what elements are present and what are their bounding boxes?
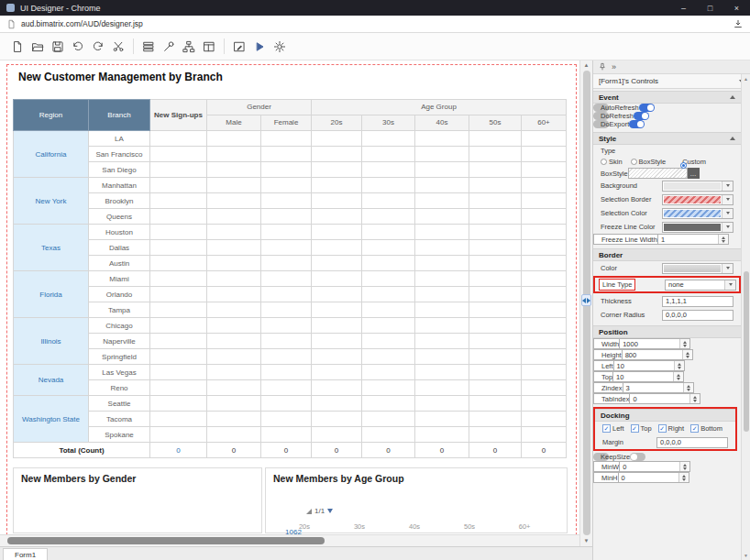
run-icon — [253, 40, 266, 53]
prop-row-type: Type — [593, 145, 741, 156]
scroll-down-icon[interactable]: ▼ — [742, 553, 750, 558]
tab-form1[interactable]: Form1 — [3, 548, 48, 560]
new-file-button[interactable] — [7, 37, 28, 57]
prop-row-background: Background — [593, 179, 741, 192]
hierarchy-button[interactable] — [179, 37, 199, 57]
stepper-buttons[interactable] — [679, 462, 689, 471]
save-button[interactable] — [48, 37, 68, 57]
checkbox-left[interactable]: ✓Left — [602, 424, 624, 433]
radio-boxstyle[interactable]: BoxStyle — [631, 158, 667, 166]
stepper-buttons[interactable] — [682, 350, 692, 359]
section-header-event[interactable]: Event — [593, 91, 741, 104]
cut-button[interactable] — [108, 37, 128, 57]
corner-radius-input[interactable]: 0,0,0,0 — [662, 310, 733, 321]
close-button[interactable]: × — [723, 0, 750, 16]
selection-border-dropdown[interactable] — [662, 194, 733, 205]
data-cell — [415, 240, 469, 256]
color-dropdown[interactable] — [662, 263, 733, 274]
maximize-button[interactable]: □ — [697, 0, 723, 16]
download-icon[interactable] — [733, 18, 744, 29]
top-spinner[interactable]: 10 — [612, 371, 684, 382]
design-canvas[interactable]: New Customer Management by Branch Region… — [0, 60, 592, 546]
margin-input[interactable]: 0,0,0,0 — [656, 437, 728, 448]
radio-skin[interactable]: Skin — [601, 158, 623, 166]
open-button[interactable] — [28, 37, 48, 57]
data-cell — [362, 256, 415, 271]
redo-button[interactable] — [88, 37, 108, 57]
controls-dropdown[interactable]: [Form1]'s Controls — [593, 74, 750, 89]
app-icon — [6, 4, 15, 12]
left-spinner[interactable]: 10 — [613, 360, 685, 371]
autorefresh-toggle[interactable] — [639, 104, 655, 112]
radio-custom[interactable]: Custom — [674, 158, 706, 166]
ellipsis-button[interactable]: … — [688, 168, 700, 179]
scroll-up-icon[interactable]: ▲ — [742, 76, 750, 82]
checkbox-bottom[interactable]: ✓Bottom — [690, 424, 722, 433]
stepper-buttons[interactable] — [689, 394, 700, 403]
section-header-border[interactable]: Border — [593, 248, 741, 261]
width-spinner[interactable]: 1000 — [619, 338, 690, 349]
checkbox-icon: ✓ — [631, 424, 639, 433]
stepper-buttons[interactable] — [678, 473, 689, 482]
age-chart[interactable]: New Members by Age Group 20s30s40s50s60+ — [265, 467, 568, 533]
selection-color-dropdown[interactable] — [662, 208, 733, 219]
scroll-up-icon[interactable]: ▲ — [580, 60, 592, 71]
scroll-down-icon[interactable]: ▼ — [580, 536, 592, 546]
undo-button[interactable] — [68, 37, 88, 57]
report-button[interactable] — [199, 37, 219, 57]
data-cell — [362, 147, 415, 162]
stepper-buttons[interactable] — [683, 383, 693, 392]
canvas-vertical-scrollbar[interactable]: ▲ ▼ — [579, 60, 592, 546]
stepper-buttons[interactable] — [674, 361, 684, 370]
prop-row-keepsize: KeepSize — [593, 453, 609, 461]
panel-header: » — [593, 60, 750, 74]
section-header-style[interactable]: Style — [593, 132, 741, 145]
background-dropdown[interactable] — [662, 181, 733, 192]
data-cell — [362, 287, 415, 302]
height-spinner[interactable]: 800 — [622, 349, 693, 360]
stepper-buttons[interactable] — [679, 339, 689, 348]
minw-spinner[interactable]: 0 — [619, 461, 690, 472]
prop-row-thickness: Thickness1,1,1,1 — [593, 294, 741, 308]
minimize-button[interactable]: – — [670, 0, 697, 16]
keepsize-toggle[interactable] — [630, 453, 645, 461]
section-header-docking[interactable]: Docking — [595, 409, 735, 422]
gender-chart[interactable]: New Members by Gender — [13, 467, 262, 533]
thickness-input[interactable]: 1,1,1,1 — [662, 296, 733, 307]
panel-scrollbar[interactable]: ▲ ▼ — [741, 74, 750, 560]
spinner-value: 1 — [658, 236, 718, 244]
checkbox-right[interactable]: ✓Right — [658, 424, 685, 433]
axis-tick: 50s — [464, 522, 475, 531]
data-cell — [469, 162, 522, 178]
collapse-panel-icon[interactable]: » — [612, 62, 616, 71]
data-cell — [312, 412, 362, 427]
dorefresh-toggle[interactable] — [634, 112, 649, 120]
data-cell — [261, 209, 312, 225]
settings-button[interactable] — [270, 37, 290, 57]
tools-button[interactable] — [159, 37, 179, 57]
minh-spinner[interactable]: 0 — [618, 472, 689, 483]
line-type-dropdown[interactable]: none — [665, 280, 736, 291]
report-grid[interactable]: RegionBranchNew Sign-upsGenderAge GroupM… — [13, 99, 567, 458]
section-header-position[interactable]: Position — [593, 325, 741, 338]
edit-button[interactable] — [229, 37, 249, 57]
tabindex-spinner[interactable]: 0 — [629, 393, 700, 404]
url-bar[interactable]: aud.bimatrix.com/AUD/designer.jsp — [0, 16, 750, 33]
freeze-line-color-dropdown[interactable] — [662, 222, 733, 233]
stepper-buttons[interactable] — [673, 372, 683, 381]
splitter-handle[interactable] — [581, 294, 591, 306]
boxstyle-field[interactable]: … — [628, 168, 700, 179]
checkbox-top[interactable]: ✓Top — [631, 424, 652, 433]
freeze-line-width-spinner[interactable]: 1 — [657, 234, 729, 245]
pager-control[interactable]: 1/1 — [306, 507, 333, 515]
stepper-buttons[interactable] — [718, 235, 728, 244]
cut-icon — [112, 40, 125, 53]
pin-icon[interactable] — [598, 62, 607, 71]
panel-scrollbar-thumb[interactable] — [744, 271, 749, 432]
run-button[interactable] — [249, 37, 270, 57]
zindex-spinner[interactable]: 3 — [623, 382, 694, 393]
collapse-icon — [730, 137, 735, 140]
dataset-button[interactable] — [138, 37, 159, 57]
doexport-toggle[interactable] — [629, 120, 645, 128]
horizontal-scrollbar-thumb[interactable] — [7, 537, 325, 544]
